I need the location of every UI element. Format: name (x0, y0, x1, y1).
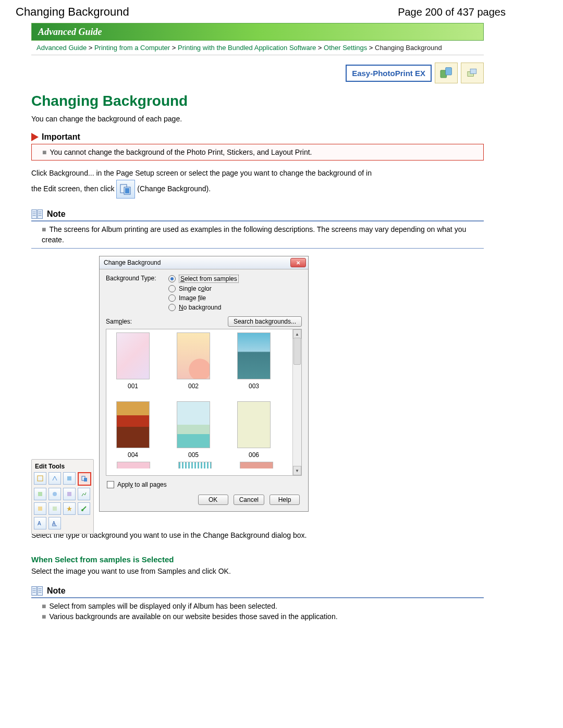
sample-005[interactable]: 005 (170, 401, 217, 459)
svg-rect-18 (84, 478, 87, 482)
tool-btn-6[interactable] (48, 488, 61, 500)
tool-btn-14[interactable]: A (48, 517, 61, 529)
page-title-left: Changing Background (16, 5, 129, 19)
sample-002[interactable]: 002 (170, 332, 217, 390)
when-select-heading: When Select from samples is Selected (31, 555, 484, 564)
samples-listbox[interactable]: 001 002 003 004 005 006 ▲ ▼ (106, 329, 302, 476)
instruction-text: Click Background... in the Page Setup sc… (31, 167, 484, 199)
sample-003[interactable]: 003 (230, 332, 277, 390)
svg-text:A: A (52, 521, 56, 526)
svg-rect-16 (67, 476, 71, 480)
radio-image-file[interactable]: Image file (168, 294, 239, 302)
radio-single-color[interactable]: Single color (168, 285, 239, 292)
note-icon (31, 209, 44, 219)
breadcrumb-current: Changing Background (375, 44, 442, 52)
tool-btn-11[interactable] (63, 502, 76, 515)
scroll-down-icon[interactable]: ▼ (293, 466, 301, 475)
important-label: Important (42, 132, 80, 142)
radio-select-from-samples[interactable]: Select from samples (168, 275, 239, 283)
tool-btn-10[interactable] (48, 502, 61, 515)
svg-rect-8 (38, 210, 42, 219)
svg-text:A: A (38, 521, 41, 526)
svg-rect-29 (32, 587, 36, 596)
intro-text: You can change the background of each pa… (31, 115, 484, 123)
breadcrumb: Advanced Guide > Printing from a Compute… (31, 41, 484, 55)
note-label-2: Note (47, 586, 66, 596)
edit-tools-title: Edit Tools (34, 462, 91, 472)
background-type-label: Background Type: (106, 275, 158, 311)
note-icon (31, 586, 44, 596)
change-background-dialog: Change Background ✕ Background Type: Sel… (99, 256, 309, 512)
after-dialog-text: Select the type of background you want t… (31, 531, 484, 539)
tool-btn-3[interactable] (63, 472, 76, 485)
help-button[interactable]: Help (270, 495, 300, 505)
photos-stack-icon (461, 63, 484, 83)
svg-point-20 (53, 492, 57, 496)
svg-rect-30 (38, 587, 42, 596)
svg-point-25 (81, 509, 83, 511)
tool-btn-5[interactable] (34, 488, 46, 500)
note-box: ■The screens for Album printing are used… (31, 221, 484, 249)
main-heading: Changing Background (31, 93, 484, 109)
sample-004[interactable]: 004 (109, 401, 156, 459)
easy-photoprint-badge: Easy-PhotoPrint EX (346, 65, 432, 82)
svg-rect-23 (53, 507, 57, 511)
tool-btn-change-background[interactable] (78, 472, 91, 486)
tool-btn-12[interactable] (78, 502, 90, 515)
tool-btn-7[interactable] (63, 488, 76, 500)
svg-rect-6 (125, 188, 129, 193)
cancel-button[interactable]: Cancel (234, 495, 264, 505)
dialog-title: Change Background (104, 259, 161, 266)
svg-rect-19 (38, 492, 42, 496)
tool-btn-9[interactable] (34, 502, 46, 515)
samples-scrollbar[interactable]: ▲ ▼ (292, 329, 301, 475)
advanced-guide-bar: Advanced Guide (31, 23, 484, 41)
svg-rect-15 (38, 476, 43, 481)
page-counter: Page 200 of 437 pages (398, 6, 506, 18)
svg-rect-21 (67, 492, 71, 496)
important-arrow-icon (31, 133, 39, 141)
tool-btn-1[interactable] (34, 472, 46, 485)
apply-to-all-checkbox[interactable]: Apply to all pages (107, 481, 302, 488)
breadcrumb-other-settings[interactable]: Other Settings (324, 44, 367, 52)
tool-btn-13[interactable]: A (34, 517, 46, 529)
when-select-body: Select the image you want to use from Sa… (31, 567, 484, 575)
search-backgrounds-button[interactable]: Search backgrounds... (228, 316, 302, 327)
breadcrumb-printing-bundled[interactable]: Printing with the Bundled Application So… (178, 44, 316, 52)
sample-001[interactable]: 001 (109, 332, 156, 390)
tool-btn-2[interactable] (48, 472, 61, 485)
samples-label: Samples: (106, 318, 132, 325)
important-box: ■You cannot change the background of the… (31, 144, 484, 161)
svg-marker-24 (67, 506, 72, 511)
album-layout-icon (435, 63, 458, 83)
svg-rect-1 (446, 68, 452, 75)
ok-button[interactable]: OK (198, 495, 228, 505)
radio-no-background[interactable]: No background (168, 304, 239, 311)
breadcrumb-advanced-guide[interactable]: Advanced Guide (36, 44, 87, 52)
note-label: Note (47, 209, 66, 219)
svg-rect-22 (38, 507, 42, 511)
svg-rect-7 (32, 210, 36, 219)
close-button[interactable]: ✕ (290, 258, 306, 267)
breadcrumb-printing-from-computer[interactable]: Printing from a Computer (94, 44, 170, 52)
svg-rect-3 (470, 69, 476, 73)
change-background-icon (116, 180, 135, 199)
sample-006[interactable]: 006 (230, 401, 277, 459)
edit-tools-palette: Edit Tools A A (31, 459, 94, 534)
tool-btn-8[interactable] (78, 488, 90, 500)
note-box-2: ■Select from samples will be displayed o… (31, 598, 484, 625)
